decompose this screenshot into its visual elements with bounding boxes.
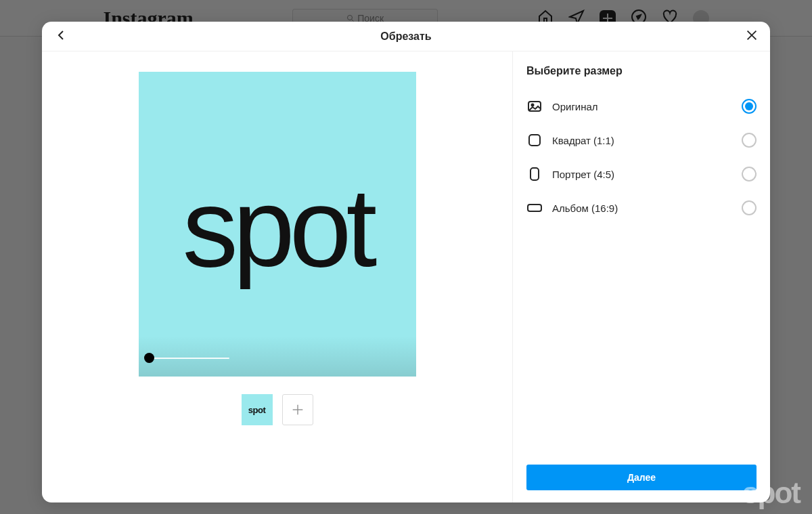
svg-rect-13 — [531, 168, 539, 180]
modal-overlay[interactable]: Обрезать spot spot — [0, 0, 812, 514]
zoom-slider-thumb[interactable] — [144, 353, 154, 363]
crop-option-square[interactable]: Квадрат (1:1) — [526, 123, 757, 157]
radio-selected[interactable] — [742, 99, 757, 114]
option-label: Альбом (16:9) — [552, 202, 618, 214]
crop-option-original[interactable]: Оригинал — [526, 89, 757, 123]
zoom-slider-track[interactable] — [148, 358, 229, 359]
preview-gradient — [139, 336, 416, 377]
preview-content: spot — [183, 172, 372, 284]
plus-icon — [290, 402, 305, 417]
thumbnail-row: spot — [242, 394, 313, 425]
svg-rect-12 — [529, 135, 540, 146]
crop-modal: Обрезать spot spot — [42, 22, 770, 502]
crop-option-portrait[interactable]: Портрет (4:5) — [526, 157, 757, 191]
back-button[interactable] — [53, 27, 69, 46]
thumbnail-1[interactable]: spot — [242, 394, 273, 425]
crop-pane: spot spot — [42, 51, 513, 502]
next-button[interactable]: Далее — [526, 465, 757, 490]
option-label: Портрет (4:5) — [552, 169, 614, 180]
svg-point-11 — [532, 104, 534, 106]
radio-unselected[interactable] — [742, 167, 757, 181]
modal-body: spot spot Выберите размер — [42, 51, 770, 502]
options-title: Выберите размер — [526, 65, 757, 77]
modal-header: Обрезать — [42, 22, 770, 51]
landscape-icon — [526, 200, 543, 216]
square-icon — [526, 132, 543, 148]
crop-option-landscape[interactable]: Альбом (16:9) — [526, 191, 757, 225]
option-label: Квадрат (1:1) — [552, 135, 614, 146]
radio-unselected[interactable] — [742, 200, 757, 215]
image-icon — [526, 98, 543, 114]
spacer — [526, 225, 757, 465]
options-pane: Выберите размер Оригинал Квадрат (1:1) — [513, 51, 770, 502]
modal-title: Обрезать — [380, 30, 431, 43]
chevron-left-icon — [53, 27, 69, 43]
svg-rect-14 — [528, 205, 541, 211]
image-preview[interactable]: spot — [139, 72, 416, 377]
close-icon — [744, 28, 759, 43]
option-label: Оригинал — [552, 101, 598, 112]
radio-unselected[interactable] — [742, 133, 757, 148]
add-media-button[interactable] — [282, 394, 313, 425]
portrait-icon — [526, 166, 543, 182]
close-button[interactable] — [744, 28, 759, 45]
